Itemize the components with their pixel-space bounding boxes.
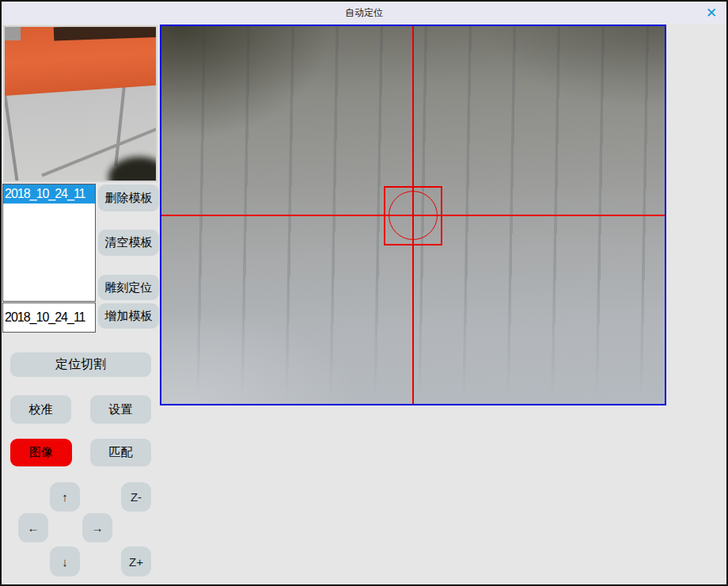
template-preview-image xyxy=(3,25,157,182)
jog-z-minus-button[interactable]: Z- xyxy=(121,482,151,512)
match-button[interactable]: 匹配 xyxy=(90,439,151,466)
engrave-position-button[interactable]: 雕刻定位 xyxy=(98,275,159,300)
image-button-active[interactable]: 图像 xyxy=(10,439,72,466)
template-listbox[interactable]: 2018_10_24_11 xyxy=(2,184,96,302)
delete-template-button[interactable]: 删除模板 xyxy=(98,185,159,211)
jog-up-button[interactable]: ↑ xyxy=(50,482,80,512)
settings-button[interactable]: 设置 xyxy=(90,395,151,424)
clear-templates-button[interactable]: 清空模板 xyxy=(98,230,159,256)
arrow-up-icon: ↑ xyxy=(62,490,68,504)
preview-gray-block xyxy=(5,27,21,40)
window-title: 自动定位 xyxy=(345,6,383,20)
template-list-item[interactable]: 2018_10_24_11 xyxy=(3,185,95,204)
camera-view[interactable] xyxy=(160,25,666,405)
calibrate-button[interactable]: 校准 xyxy=(10,395,71,424)
close-icon[interactable]: ✕ xyxy=(703,4,720,21)
titlebar: 自动定位 ✕ xyxy=(2,2,726,24)
add-template-button[interactable]: 增加模板 xyxy=(98,303,159,329)
arrow-right-icon: → xyxy=(92,521,104,535)
jog-right-button[interactable]: → xyxy=(82,513,112,542)
z-minus-label: Z- xyxy=(131,490,142,504)
arrow-left-icon: ← xyxy=(28,521,40,535)
auto-positioning-window: 自动定位 ✕ 2018_10_24_11 删除模板 清空模板 雕刻定位 增加模板… xyxy=(0,0,728,586)
template-name-input[interactable] xyxy=(2,303,96,333)
jog-down-button[interactable]: ↓ xyxy=(50,546,80,576)
position-cut-button[interactable]: 定位切割 xyxy=(10,352,151,377)
jog-z-plus-button[interactable]: Z+ xyxy=(121,546,151,576)
z-plus-label: Z+ xyxy=(129,555,143,569)
arrow-down-icon: ↓ xyxy=(62,555,68,569)
jog-left-button[interactable]: ← xyxy=(18,513,48,542)
target-circle-marker xyxy=(389,191,438,240)
